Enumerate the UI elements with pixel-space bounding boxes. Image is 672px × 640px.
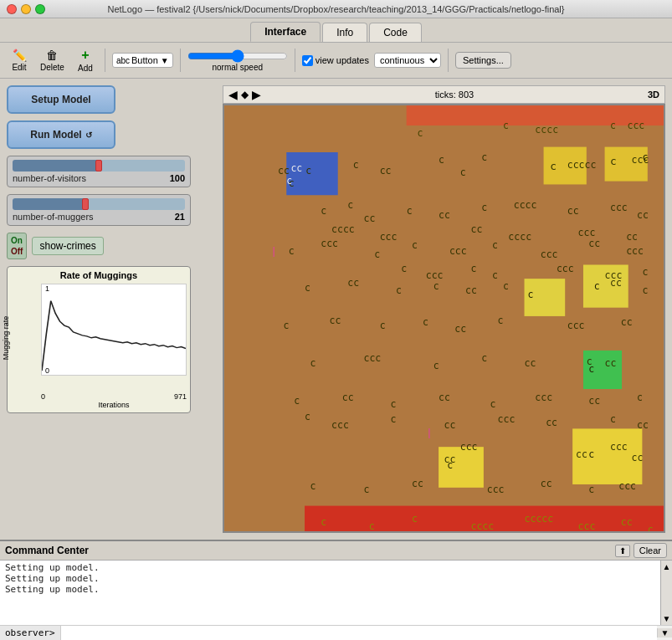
svg-text:c: c — [610, 413, 616, 425]
svg-text:c: c — [481, 151, 487, 163]
separator-1 — [105, 49, 105, 72]
muggers-slider-thumb[interactable] — [82, 198, 89, 210]
svg-text:cc: cc — [637, 419, 649, 431]
svg-text:c: c — [380, 320, 386, 331]
svg-text:cc: cc — [588, 395, 600, 407]
cc-clear-button[interactable]: Clear — [634, 543, 667, 558]
ticks-value: 803 — [459, 90, 474, 100]
svg-text:c: c — [390, 413, 396, 425]
chart-y-label: Mugging rate — [2, 316, 10, 361]
svg-text:ccc: ccc — [321, 238, 338, 249]
x-max-label: 971 — [174, 392, 187, 401]
cc-scroll-up[interactable]: ▲ — [661, 561, 672, 573]
svg-text:c: c — [447, 459, 453, 471]
svg-text:c: c — [550, 160, 557, 172]
separator-2 — [180, 49, 181, 72]
svg-text:ccc: ccc — [610, 441, 628, 453]
cc-input-dropdown[interactable]: ▼ — [657, 628, 672, 637]
cc-command-input[interactable] — [61, 626, 657, 640]
run-model-button[interactable]: Run Model ↺ — [7, 120, 115, 149]
tab-interface[interactable]: Interface — [250, 22, 321, 42]
svg-text:c: c — [503, 280, 509, 292]
edit-label: Edit — [12, 63, 26, 72]
widget-type-label: Button — [131, 55, 158, 65]
widget-type-dropdown[interactable]: abc Button ▼ — [112, 53, 173, 68]
svg-text:ccc: ccc — [627, 120, 644, 131]
visitors-slider-thumb[interactable] — [95, 160, 102, 172]
cc-output-line-1: Setting up model. — [5, 562, 655, 573]
svg-text:cc: cc — [471, 223, 483, 235]
svg-text:cc: cc — [546, 417, 557, 428]
sim-svg: c c cccc c ccc cc c c c cc c c c ccccc c… — [224, 105, 664, 531]
switch-name-label: show-crimes — [32, 237, 103, 255]
svg-text:c: c — [642, 151, 648, 163]
chart-x-labels: 0 971 — [11, 392, 187, 401]
svg-text:ccc: ccc — [567, 320, 585, 331]
svg-text:c: c — [321, 516, 326, 528]
svg-text:ccc: ccc — [363, 352, 381, 364]
tab-code[interactable]: Code — [369, 23, 422, 42]
svg-text:c: c — [439, 154, 444, 166]
svg-text:cc: cc — [363, 212, 375, 224]
cc-scrollbar[interactable]: ▲ ▼ — [660, 561, 672, 625]
svg-text:cccc: cccc — [471, 520, 495, 531]
view-updates-checkbox[interactable] — [302, 55, 313, 66]
sim-header: ◀ ◆ ▶ ticks: 803 3D — [223, 85, 665, 104]
edit-button[interactable]: ✏️ Edit — [7, 47, 32, 74]
three-d-label: 3D — [648, 90, 659, 100]
delete-button[interactable]: 🗑 Delete — [37, 47, 68, 74]
svg-text:c: c — [363, 484, 369, 495]
ticks-label: ticks: — [435, 90, 456, 100]
settings-button[interactable]: Settings... — [455, 52, 511, 69]
tab-info[interactable]: Info — [322, 23, 367, 42]
maximize-button[interactable] — [35, 4, 45, 14]
svg-text:c: c — [481, 352, 487, 364]
svg-text:cc: cc — [444, 419, 456, 431]
svg-text:ccc: ccc — [578, 520, 596, 531]
x-min-label: 0 — [41, 392, 45, 401]
svg-text:cc: cc — [342, 392, 354, 403]
cc-copy-button[interactable]: ⬆ — [615, 545, 630, 557]
sim-nav-left[interactable]: ◀ — [228, 88, 238, 101]
svg-text:c: c — [310, 357, 315, 369]
chart-wrapper: Mugging rate 1 0 — [11, 284, 187, 392]
window-title: NetLogo — festival2 {/Users/nick/Documen… — [107, 4, 564, 14]
svg-text:ccc: ccc — [610, 202, 628, 213]
switch-toggle[interactable]: On Off — [7, 233, 27, 259]
update-mode-select[interactable]: continuouson ticks — [374, 53, 441, 68]
svg-text:|: | — [428, 426, 430, 438]
delete-icon: 🗑 — [46, 49, 58, 62]
svg-text:cc: cc — [637, 209, 649, 221]
svg-rect-1 — [407, 105, 664, 125]
svg-text:c: c — [286, 175, 292, 187]
close-button[interactable] — [7, 4, 17, 14]
svg-text:ccc: ccc — [605, 269, 623, 281]
svg-text:cc: cc — [576, 448, 587, 460]
minimize-button[interactable] — [21, 4, 31, 14]
svg-text:c: c — [610, 120, 616, 131]
setup-model-button[interactable]: Setup Model — [7, 85, 115, 114]
svg-text:c: c — [396, 284, 402, 296]
title-bar: NetLogo — festival2 {/Users/nick/Documen… — [0, 0, 672, 18]
add-button[interactable]: + Add — [73, 46, 98, 74]
svg-text:ccccc: ccccc — [525, 513, 554, 525]
svg-text:cccc: cccc — [535, 124, 558, 136]
speed-slider[interactable] — [187, 49, 288, 63]
window-controls[interactable] — [7, 4, 45, 14]
svg-text:ccc: ccc — [460, 441, 478, 453]
sim-canvas[interactable]: c c cccc c ccc cc c c c cc c c c ccccc c… — [223, 104, 665, 533]
muggings-chart: Rate of Muggings Mugging rate 1 0 0 971 — [7, 266, 191, 413]
svg-text:c: c — [347, 199, 353, 211]
svg-text:c: c — [433, 280, 439, 292]
cc-scroll-down[interactable]: ▼ — [661, 612, 672, 625]
add-label: Add — [78, 64, 93, 73]
visitors-slider-name: number-of-visitors — [13, 173, 86, 183]
muggers-slider-widget: number-of-muggers 21 — [7, 194, 191, 226]
sim-nav-right[interactable]: ▶ — [252, 88, 261, 101]
svg-text:c: c — [423, 316, 428, 328]
toolbar: ✏️ Edit 🗑 Delete + Add abc Button ▼ norm… — [0, 43, 672, 79]
simulation-view: ◀ ◆ ▶ ticks: 803 3D — [223, 85, 665, 533]
svg-text:c: c — [648, 524, 654, 531]
edit-icon: ✏️ — [13, 49, 27, 62]
svg-text:ccc: ccc — [487, 484, 505, 495]
